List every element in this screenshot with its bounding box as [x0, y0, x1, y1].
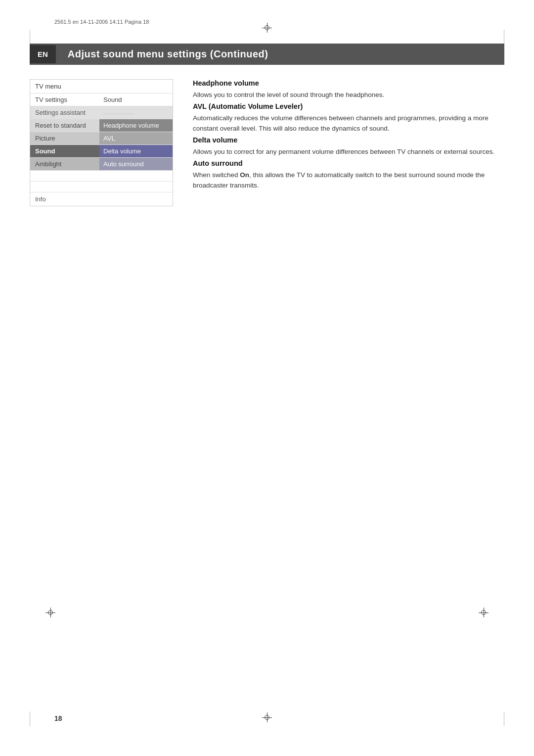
- text-delta-volume: Allows you to correct for any permanent …: [193, 147, 504, 157]
- crosshair-bottom-left: [45, 608, 55, 617]
- menu-item-picture: Picture: [30, 132, 99, 144]
- tv-menu-row-ambilight: Ambilight Auto surround: [30, 158, 173, 171]
- tv-menu-row-empty2: [30, 182, 173, 192]
- tv-menu-row-reset: Reset to standard Headphone volume: [30, 119, 173, 132]
- tv-menu-row-settings-assistant: Settings assistant ............: [30, 106, 173, 119]
- menu-item-settings-assistant: Settings assistant: [30, 106, 99, 119]
- menu-value-avl: AVL: [99, 132, 173, 144]
- heading-avl: AVL (Automatic Volume Leveler): [193, 102, 504, 110]
- menu-value-auto-surround: Auto surround: [99, 158, 173, 170]
- menu-item-ambilight: Ambilight: [30, 158, 99, 170]
- tv-menu-header: TV menu: [30, 80, 173, 94]
- main-content: TV menu TV settings Sound Settings assis…: [30, 79, 504, 206]
- menu-item-sound: Sound: [30, 145, 99, 157]
- section-headphone-volume: Headphone volume Allows you to control t…: [193, 79, 504, 100]
- menu-value-delta: Delta volume: [99, 145, 173, 157]
- text-auto-surround: When switched On, this allows the TV to …: [193, 170, 504, 191]
- page-title: Adjust sound menu settings (Continued): [56, 44, 280, 65]
- menu-item-info: Info: [35, 195, 46, 203]
- title-banner: EN Adjust sound menu settings (Continued…: [30, 44, 504, 65]
- tv-menu-row-sound: Sound Delta volume: [30, 145, 173, 158]
- menu-item-tv-settings: TV settings: [30, 94, 99, 106]
- heading-headphone-volume: Headphone volume: [193, 79, 504, 87]
- en-label: EN: [30, 45, 56, 63]
- page-number: 18: [54, 714, 62, 722]
- menu-item-reset: Reset to standard: [30, 119, 99, 132]
- margin-line-right-bottom: [504, 711, 504, 726]
- tv-menu-row-tv-settings: TV settings Sound: [30, 94, 173, 106]
- text-headphone-volume: Allows you to control the level of sound…: [193, 90, 504, 100]
- text-avl: Automatically reduces the volume differe…: [193, 113, 504, 134]
- menu-value-dotted: ............: [99, 106, 173, 119]
- right-content: Headphone volume Allows you to control t…: [193, 79, 504, 206]
- tv-menu-row-picture: Picture AVL: [30, 132, 173, 145]
- menu-value-headphone: Headphone volume: [99, 119, 173, 132]
- section-auto-surround: Auto surround When switched On, this all…: [193, 159, 504, 191]
- tv-menu-header-text: TV menu: [35, 83, 61, 90]
- menu-value-sound: Sound: [99, 94, 173, 106]
- tv-menu-row-info: Info: [30, 192, 173, 206]
- heading-auto-surround: Auto surround: [193, 159, 504, 167]
- crosshair-bottom-right: [479, 608, 489, 617]
- section-avl: AVL (Automatic Volume Leveler) Automatic…: [193, 102, 504, 134]
- crosshair-bottom-center: [262, 712, 272, 722]
- tv-menu-row-empty1: [30, 171, 173, 182]
- margin-line-left-top: [30, 30, 30, 45]
- meta-text: 2561.5 en 14-11-2006 14:11 Pagina 18: [54, 19, 149, 25]
- crosshair-top-center: [262, 23, 272, 33]
- heading-delta-volume: Delta volume: [193, 136, 504, 144]
- section-delta-volume: Delta volume Allows you to correct for a…: [193, 136, 504, 157]
- margin-line-left-bottom: [30, 711, 30, 726]
- meta-line: 2561.5 en 14-11-2006 14:11 Pagina 18: [54, 19, 149, 25]
- tv-menu-panel: TV menu TV settings Sound Settings assis…: [30, 79, 173, 206]
- margin-line-right-top: [504, 30, 504, 45]
